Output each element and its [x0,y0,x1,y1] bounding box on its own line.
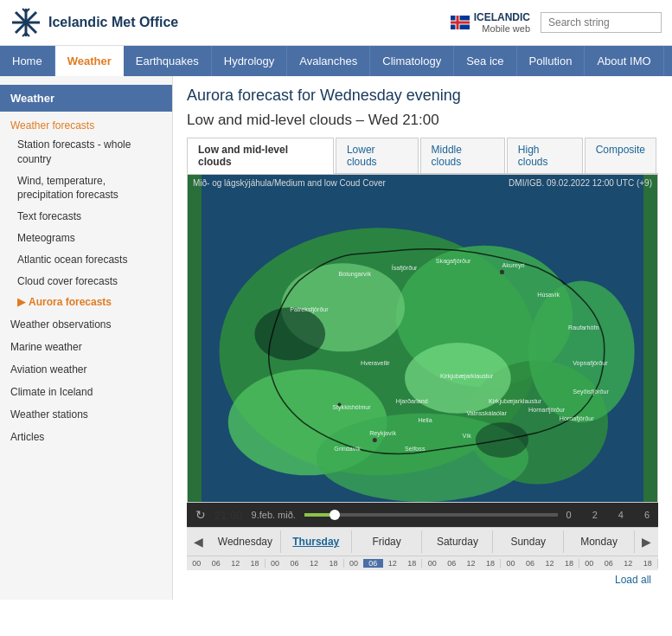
tab-lower-clouds[interactable]: Lower clouds [336,138,419,173]
hour-tick-18[interactable]: 18 [560,559,579,568]
sidebar-item-marine-weather[interactable]: Marine weather [0,336,172,358]
tab-high-clouds[interactable]: High clouds [507,138,583,173]
sidebar-sub-wind,-temperature,-precipitati[interactable]: Wind, temperature, precipitation forecas… [0,170,172,207]
logo-icon [10,7,42,38]
hour-tick-12[interactable]: 12 [540,559,559,568]
hour-tick-06[interactable]: 06 [206,559,225,568]
hour-tick-06[interactable]: 06 [599,559,618,568]
refresh-icon[interactable]: ↻ [195,508,206,522]
svg-text:Vík: Vík [462,433,471,440]
svg-point-46 [373,438,377,442]
hour-tick-12[interactable]: 12 [304,559,323,568]
hour-tick-18[interactable]: 18 [481,559,500,568]
hour-tick-00[interactable]: 00 [187,559,206,568]
next-day-button[interactable]: ▶ [635,528,658,556]
sidebar-item-climate-in-iceland[interactable]: Climate in Iceland [0,381,172,403]
hour-tick-18[interactable]: 18 [638,559,657,568]
language-label: ICELANDIC [474,11,530,23]
sidebar-item-weather-observations[interactable]: Weather observations [0,313,172,336]
hour-tick-00[interactable]: 00 [579,559,598,568]
icelandic-flag-area[interactable]: ICELANDIC Mobile web [451,11,530,34]
mobile-web-label: Mobile web [474,23,530,34]
hour-tick-00[interactable]: 00 [266,559,285,568]
day-saturday[interactable]: Saturday [422,530,493,553]
tab-low-and-mid-level-clouds[interactable]: Low and mid-level clouds [187,138,334,174]
svg-text:Patreksfjörður: Patreksfjörður [290,306,329,313]
svg-text:Skagafjörður: Skagafjörður [436,258,471,265]
hour-tick-18[interactable]: 18 [245,559,264,568]
hour-tick-18[interactable]: 18 [323,559,342,568]
sidebar-sub-atlantic-ocean-forecasts[interactable]: Atlantic ocean forecasts [0,249,172,271]
nav-item-home[interactable]: Home [0,46,55,76]
nav-item-climatology[interactable]: Climatology [370,46,454,76]
logo-text: Icelandic Met Office [48,15,178,30]
timeline-slider[interactable] [304,513,558,517]
logo-area: Icelandic Met Office [10,7,451,38]
map-svg: Bolungarvík Ísafjörður Patreksfjörður St… [188,175,657,502]
svg-text:Ísafjörður: Ísafjörður [392,264,418,272]
svg-text:Hella: Hella [418,417,432,424]
sidebar-item-articles[interactable]: Articles [0,426,172,448]
load-all-link[interactable]: Load all [615,574,651,586]
sidebar-sub-aurora-forecasts[interactable]: ▶ Aurora forecasts [0,292,172,313]
svg-text:Hjarðarland: Hjarðarland [396,398,428,405]
nav-item-weather[interactable]: Weather [55,46,124,76]
svg-text:Selfoss: Selfoss [405,446,426,453]
day-wednesday[interactable]: Wednesday [210,530,281,553]
sidebar-sub-station-forecasts---whole-coun[interactable]: Station forecasts - whole country [0,134,172,170]
hour-tick-06[interactable]: 06 [442,559,461,568]
svg-text:Hornarfjörður: Hornarfjörður [528,407,566,414]
svg-rect-11 [451,22,470,24]
day-sunday[interactable]: Sunday [493,530,564,553]
nav-item-sea-ice[interactable]: Sea ice [454,46,516,76]
hour-tick-12[interactable]: 12 [226,559,245,568]
sidebar-sub-text-forecasts[interactable]: Text forecasts [0,206,172,228]
map-container: Mið- og lágskýjáhula/Medium and low Coud… [187,174,658,503]
sidebar-sub-meteograms[interactable]: Meteograms [0,228,172,249]
hour-tick-12[interactable]: 12 [618,559,637,568]
day-monday[interactable]: Monday [564,530,635,553]
svg-text:Seyðisfjörður: Seyðisfjörður [573,389,609,395]
nav-item-about-imo[interactable]: About IMO [585,46,663,76]
sidebar-sub-cloud-cover-forecasts[interactable]: Cloud cover forecasts [0,271,172,292]
svg-point-47 [500,270,504,274]
hour-tick-06[interactable]: 06 [285,559,304,568]
tab-composite[interactable]: Composite [585,138,656,173]
svg-text:Akureyri: Akureyri [502,262,525,269]
day-friday[interactable]: Friday [352,530,423,553]
hour-group-4: 00061218 [501,559,579,568]
timeline-time: 21:00 [214,509,243,522]
hour-tick-12[interactable]: 12 [383,559,402,568]
svg-text:Raufarhöfn: Raufarhöfn [568,324,598,331]
sidebar-content: Weather forecastsStation forecasts - who… [0,115,172,448]
hour-group-5: 00061218 [579,559,658,568]
sidebar-item-aviation-weather[interactable]: Aviation weather [0,358,172,381]
svg-text:Kirkjubæjarklaustur: Kirkjubæjarklaustur [489,398,542,405]
nav-item-hydrology[interactable]: Hydrology [212,46,288,76]
tabs-container: Low and mid-level cloudsLower cloudsMidd… [187,138,658,174]
iceland-flag-icon [451,16,470,29]
header-right: ICELANDIC Mobile web [451,11,662,34]
hour-tick-00[interactable]: 00 [422,559,441,568]
hour-tick-00[interactable]: 00 [501,559,520,568]
hour-tick-00[interactable]: 00 [344,559,363,568]
day-thursday[interactable]: Thursday [281,530,352,553]
sidebar-section-weather-forecasts[interactable]: Weather forecasts [0,115,172,134]
tab-middle-clouds[interactable]: Middle clouds [420,138,505,173]
hour-tick-06[interactable]: 06 [363,559,382,568]
hour-tick-06[interactable]: 06 [521,559,540,568]
search-input[interactable] [541,12,662,33]
nav-item-pollution[interactable]: Pollution [517,46,586,76]
svg-point-48 [337,403,341,407]
svg-point-21 [528,281,635,422]
nav-item-earthquakes[interactable]: Earthquakes [124,46,212,76]
hour-tick-12[interactable]: 12 [461,559,480,568]
svg-text:Húsavík: Húsavík [537,292,560,299]
main-layout: Weather Weather forecastsStation forecas… [0,76,672,600]
prev-day-button[interactable]: ◀ [187,528,210,556]
hour-ticks: 0006121800061218000612180006121800061218… [187,556,658,570]
hour-tick-18[interactable]: 18 [402,559,421,568]
sidebar-item-weather-stations[interactable]: Weather stations [0,403,172,426]
nav-item-avalanches[interactable]: Avalanches [287,46,370,76]
svg-text:Reykjavík: Reykjavík [369,430,396,437]
